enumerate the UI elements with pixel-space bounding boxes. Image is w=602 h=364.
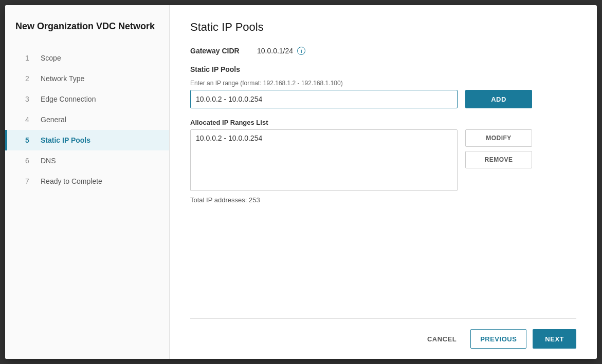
step-label-2: Network Type <box>41 74 84 83</box>
next-button[interactable]: NEXT <box>533 329 576 349</box>
gateway-cidr-label: Gateway CIDR <box>190 47 257 55</box>
step-num-5: 5 <box>25 136 35 144</box>
right-buttons: ADD <box>465 90 532 108</box>
main-content: Static IP Pools Gateway CIDR 10.0.0.1/24… <box>170 5 597 359</box>
step-label-4: General <box>41 116 66 124</box>
footer: CANCEL PREVIOUS NEXT <box>190 318 576 349</box>
allocated-list-label: Allocated IP Ranges List <box>190 119 576 126</box>
modify-button[interactable]: MODIFY <box>465 129 532 147</box>
step-num-7: 7 <box>25 177 35 185</box>
sidebar-item-edge-connection[interactable]: 3 Edge Connection <box>5 89 169 109</box>
add-button[interactable]: ADD <box>465 90 532 108</box>
sidebar-item-dns[interactable]: 6 DNS <box>5 150 169 171</box>
ip-input-hint: Enter an IP range (format: 192.168.1.2 -… <box>190 80 576 87</box>
static-ip-pools-label: Static IP Pools <box>190 65 576 73</box>
step-label-3: Edge Connection <box>41 95 96 103</box>
sidebar-item-ready-to-complete[interactable]: 7 Ready to Complete <box>5 171 169 191</box>
content-area: Static IP Pools Gateway CIDR 10.0.0.1/24… <box>190 21 576 318</box>
step-num-6: 6 <box>25 157 35 165</box>
sidebar-item-network-type[interactable]: 2 Network Type <box>5 68 169 89</box>
allocated-list[interactable]: 10.0.0.2 - 10.0.0.254 <box>190 129 458 191</box>
sidebar-item-general[interactable]: 4 General <box>5 109 169 130</box>
gateway-cidr-row: Gateway CIDR 10.0.0.1/24 i <box>190 47 576 55</box>
step-num-2: 2 <box>25 74 35 83</box>
sidebar-items: 1 Scope 2 Network Type 3 Edge Connection… <box>5 48 169 191</box>
previous-button[interactable]: PREVIOUS <box>470 329 526 349</box>
modify-remove-buttons: MODIFY REMOVE <box>465 129 532 168</box>
step-label-6: DNS <box>41 157 56 165</box>
total-ip-label: Total IP addresses: 253 <box>190 196 576 204</box>
step-label-1: Scope <box>41 54 61 62</box>
list-item: 10.0.0.2 - 10.0.0.254 <box>196 134 452 142</box>
sidebar: New Organization VDC Network 1 Scope 2 N… <box>5 5 170 359</box>
remove-button[interactable]: REMOVE <box>465 151 532 168</box>
step-num-3: 3 <box>25 95 35 103</box>
step-label-7: Ready to Complete <box>41 177 102 185</box>
step-num-4: 4 <box>25 116 35 124</box>
info-icon[interactable]: i <box>297 47 305 55</box>
allocated-row: 10.0.0.2 - 10.0.0.254 MODIFY REMOVE <box>190 129 576 191</box>
page-title: Static IP Pools <box>190 21 576 34</box>
sidebar-item-scope[interactable]: 1 Scope <box>5 48 169 68</box>
gateway-cidr-value: 10.0.0.1/24 <box>257 47 293 55</box>
allocated-section: Allocated IP Ranges List 10.0.0.2 - 10.0… <box>190 119 576 191</box>
step-num-1: 1 <box>25 54 35 62</box>
ip-input-row: ADD <box>190 90 576 108</box>
sidebar-title: New Organization VDC Network <box>5 21 169 48</box>
ip-range-input[interactable] <box>190 90 458 108</box>
dialog: New Organization VDC Network 1 Scope 2 N… <box>5 5 597 359</box>
sidebar-item-static-ip-pools[interactable]: 5 Static IP Pools <box>5 130 169 150</box>
step-label-5: Static IP Pools <box>41 136 90 144</box>
cancel-button[interactable]: CANCEL <box>419 329 464 349</box>
